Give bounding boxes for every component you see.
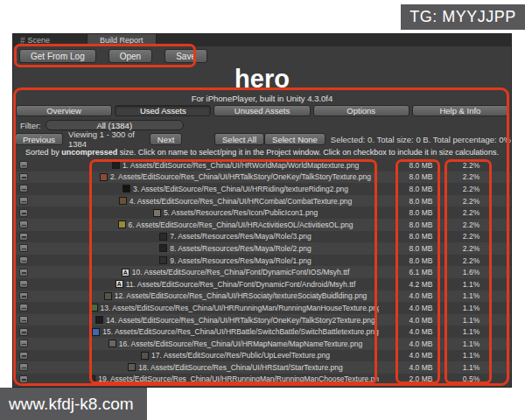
asset-name[interactable]: 6. Assets/EditSource/Res_China/UI/HRActi… (129, 220, 354, 229)
asset-name[interactable]: 11. Assets/EditSource/Res_China/Font/Dyn… (126, 280, 356, 289)
tab-unused-assets[interactable]: Unused Assets (214, 105, 310, 116)
checkbox-cell (13, 328, 34, 336)
include-checkbox[interactable] (19, 292, 28, 300)
include-checkbox[interactable] (19, 340, 28, 347)
dock-tab-strip: # Scene Build Report (13, 34, 511, 46)
asset-row: 4. Assets/EditSource/Res_China/UI/HRComb… (13, 195, 511, 207)
asset-size: 8.0 MB (401, 220, 441, 229)
asset-name[interactable]: 19. Assets/EditSource/Res_China/UI/HRRun… (98, 374, 379, 383)
include-checkbox[interactable] (19, 328, 28, 336)
include-checkbox[interactable] (19, 161, 28, 169)
asset-name[interactable]: 8. Assets/Resources/Res/Maya/Role/2.png (170, 244, 312, 253)
include-checkbox[interactable] (19, 209, 28, 217)
asset-name[interactable]: 15. Assets/EditSource/Res_China/UI/HRBat… (102, 327, 379, 336)
asset-name-cell: 17. Assets/EditSource/Res/Public/UpLevel… (92, 351, 379, 360)
asset-name-cell: A 10. Assets/EditSource/Res_China/Font/D… (92, 268, 379, 276)
asset-size: 8.0 MB (401, 172, 441, 181)
asset-name[interactable]: 5. Assets/Resources/Res/Icon/PublicIcon1… (164, 208, 318, 217)
get-from-log-button[interactable]: Get From Log (19, 49, 96, 63)
asset-name[interactable]: 16. Assets/EditSource/Res_China/UI/HRMap… (119, 340, 362, 348)
asset-row: 3. Assets/EditSource/Res_China/UI/HRRidi… (13, 183, 511, 195)
include-checkbox[interactable] (19, 280, 28, 288)
dock-tab-scene[interactable]: # Scene (13, 34, 57, 46)
asset-percentage: 2.2% (448, 197, 494, 206)
asset-size: 2.0 MB (401, 374, 441, 383)
asset-name[interactable]: 14. Assets/EditSource/Res_China/UI/HRTal… (106, 316, 374, 325)
asset-row: 9. Assets/Resources/Res/Maya/Role/1.png … (13, 255, 511, 267)
dock-tab-build-report[interactable]: Build Report (87, 34, 157, 46)
include-checkbox[interactable] (19, 185, 28, 192)
include-checkbox[interactable] (19, 375, 28, 383)
include-checkbox[interactable] (19, 316, 28, 324)
asset-size: 4.0 MB (401, 327, 441, 336)
toolbar: Get From Log Open Save (13, 46, 511, 66)
page-subtitle: For iPhonePlayer, built in Unity 4.3.0f4 (13, 94, 511, 104)
tab-help-info[interactable]: Help & Info (412, 105, 508, 116)
texture-thumbnail-icon (118, 220, 126, 228)
include-checkbox[interactable] (19, 304, 28, 312)
pagination-row: Previous Viewing 1 - 300 of 1384 Next Se… (13, 132, 511, 146)
sort-note-suffix: size. Click on name to select/ping it in… (117, 148, 499, 157)
include-checkbox[interactable] (19, 233, 28, 241)
asset-size: 6.1 MB (401, 268, 441, 276)
include-checkbox[interactable] (19, 197, 28, 205)
asset-name[interactable]: 17. Assets/EditSource/Res/Public/UpLevel… (151, 351, 330, 360)
dock-tab-scene-label: Scene (28, 36, 51, 45)
asset-name[interactable]: 13. Assets/EditSource/Res_China/UI/HRRun… (101, 304, 379, 312)
checkbox-cell (13, 256, 34, 264)
asset-row: 14. Assets/EditSource/Res_China/UI/HRTal… (13, 314, 511, 326)
asset-name-cell: 15. Assets/EditSource/Res_China/UI/HRBat… (92, 327, 379, 336)
watermark-website: www.kfdj-k8.com (0, 388, 147, 420)
checkbox-cell (13, 316, 34, 324)
checkbox-cell (13, 280, 34, 288)
tab-used-assets[interactable]: Used Assets (115, 105, 211, 116)
asset-name[interactable]: 1. Assets/EditSource/Res_China/UI/HRWorl… (122, 161, 359, 170)
asset-percentage: 1.1% (448, 351, 494, 360)
include-checkbox[interactable] (19, 256, 28, 264)
asset-name[interactable]: 12. Assets/EditSource/Res_China/UI/HRSoc… (115, 291, 368, 300)
asset-percentage: 2.2% (448, 244, 494, 253)
asset-name[interactable]: 9. Assets/Resources/Res/Maya/Role/1.png (170, 256, 312, 265)
asset-name[interactable]: 10. Assets/EditSource/Res_China/Font/Dyn… (132, 268, 350, 276)
include-checkbox[interactable] (19, 220, 28, 228)
checkbox-cell (13, 292, 34, 300)
page-title: hero (13, 66, 511, 94)
open-button[interactable]: Open (108, 49, 152, 63)
include-checkbox[interactable] (19, 173, 28, 181)
save-button[interactable]: Save (164, 49, 207, 63)
asset-name-cell: 14. Assets/EditSource/Res_China/UI/HRTal… (92, 316, 379, 325)
asset-name[interactable]: 2. Assets/EditSource/Res_China/UI/HRTalk… (110, 172, 371, 181)
checkbox-cell (13, 340, 34, 347)
texture-thumbnail-icon (95, 316, 103, 324)
asset-size: 4.2 MB (401, 280, 441, 289)
asset-percentage: 1.1% (448, 280, 494, 289)
asset-name-cell: 2. Assets/EditSource/Res_China/UI/HRTalk… (92, 172, 379, 181)
include-checkbox[interactable] (19, 269, 28, 276)
asset-name-cell: 4. Assets/EditSource/Res_China/UI/HRComb… (92, 197, 379, 206)
asset-row: 19. Assets/EditSource/Res_China/UI/HRRun… (13, 374, 511, 386)
main-tab-bar: Overview Used Assets Unused Assets Optio… (13, 104, 511, 118)
asset-percentage: 2.2% (448, 185, 494, 193)
asset-row: 5. Assets/Resources/Res/Icon/PublicIcon1… (13, 206, 511, 219)
asset-name[interactable]: 7. Assets/Resources/Res/Maya/Role/3.png (170, 232, 312, 241)
sort-note: Sorted by uncompressed size. Click on na… (13, 146, 511, 159)
next-button[interactable]: Next (150, 133, 183, 145)
select-all-button[interactable]: Select All (214, 133, 264, 145)
asset-name[interactable]: 3. Assets/EditSource/Res_China/UI/HRRidi… (133, 185, 348, 193)
asset-list: 1. Assets/EditSource/Res_China/UI/HRWorl… (13, 159, 511, 388)
previous-button[interactable]: Previous (15, 133, 63, 145)
select-none-button[interactable]: Select None (264, 133, 326, 145)
tab-options[interactable]: Options (313, 105, 410, 116)
dock-tab-build-report-label: Build Report (100, 36, 144, 45)
asset-percentage: 1.1% (448, 327, 494, 336)
asset-percentage: 1.1% (448, 316, 494, 325)
include-checkbox[interactable] (19, 352, 28, 360)
checkbox-cell (13, 269, 34, 276)
include-checkbox[interactable] (19, 363, 28, 371)
asset-size: 8.0 MB (401, 185, 441, 193)
build-report-window: # Scene Build Report Get From Log Open S… (12, 33, 512, 388)
asset-name[interactable]: 18. Assets/EditSource/Res_China/UI/HRSta… (138, 363, 342, 372)
asset-name[interactable]: 4. Assets/EditSource/Res_China/UI/HRComb… (130, 197, 353, 206)
include-checkbox[interactable] (19, 244, 28, 252)
tab-overview[interactable]: Overview (16, 105, 112, 116)
